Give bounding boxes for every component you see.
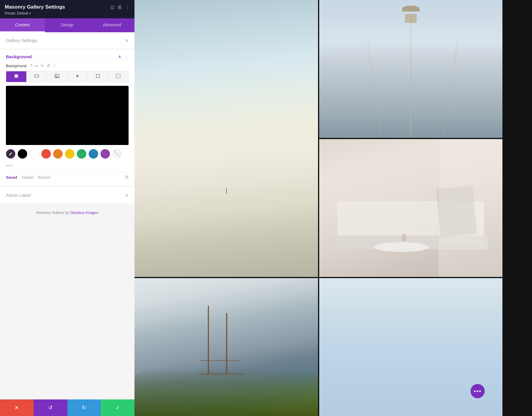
gallery-settings-header[interactable]: Gallery Settings ∨ — [0, 32, 134, 49]
color-tab-saved[interactable]: Saved — [6, 175, 17, 180]
svg-rect-8 — [98, 77, 100, 78]
gallery-settings-title: Gallery Settings — [6, 38, 37, 43]
background-content: Background ? ▭ ↖ ↺ ⋮ — [0, 61, 134, 186]
preset-selector[interactable]: Preset: Default ▾ — [5, 11, 130, 15]
floating-more-icon: ••• — [473, 388, 481, 395]
swatch-purple[interactable] — [100, 149, 110, 159]
floating-more-button[interactable]: ••• — [471, 384, 485, 398]
panel-header: Masonry Gallery Settings ⊡ ⊞ ⋮ Preset: D… — [0, 0, 134, 18]
more-icon[interactable]: ⋮ — [125, 4, 130, 10]
gallery-image-desert — [134, 0, 318, 277]
tab-content[interactable]: Content — [0, 18, 45, 32]
fullscreen-icon[interactable]: ⊡ — [110, 4, 114, 10]
gallery-settings-arrow: ∨ — [125, 38, 129, 43]
save-button[interactable]: ✓ — [101, 399, 134, 416]
color-tab-row: Saved Global Recent ⚙ — [6, 172, 129, 180]
panel-footer: ✕ ↺ ↻ ✓ — [0, 399, 134, 416]
reset-icon[interactable]: ↺ — [47, 63, 50, 68]
swatch-green[interactable] — [77, 149, 86, 159]
preset-arrow: ▾ — [29, 12, 31, 15]
gallery-area: ••• — [134, 0, 502, 416]
layout-icon[interactable]: ⊞ — [118, 4, 121, 10]
background-options-icon[interactable]: ⋮ — [124, 54, 129, 59]
background-collapse-arrow[interactable]: ∧ — [118, 54, 121, 59]
dark-edge — [502, 0, 532, 416]
panel-content: Gallery Settings ∨ Background ∧ ⋮ Backgr… — [0, 32, 134, 399]
preset-label: Preset: Default — [5, 11, 28, 15]
type-tab-color[interactable] — [6, 71, 27, 82]
swatch-white[interactable] — [30, 149, 39, 159]
header-icons: ⊡ ⊞ ⋮ — [110, 4, 130, 10]
gallery-image-dock — [134, 278, 318, 416]
settings-panel: Masonry Gallery Settings ⊡ ⊞ ⋮ Preset: D… — [0, 0, 134, 416]
color-settings-icon[interactable]: ⚙ — [125, 175, 129, 180]
background-row-icons: ? ▭ ↖ ↺ ⋮ — [30, 63, 57, 68]
svg-rect-5 — [96, 74, 97, 75]
color-tab-global[interactable]: Global — [22, 175, 33, 180]
svg-marker-4 — [77, 75, 79, 78]
footer-link[interactable]: Destaca Imagen — [70, 210, 98, 215]
color-preview[interactable] — [6, 86, 129, 145]
admin-label-title: Admin Label — [6, 193, 30, 198]
color-swatches — [6, 149, 129, 159]
undo-icon: ↺ — [48, 404, 53, 411]
swatch-black[interactable] — [18, 149, 27, 159]
background-type-tabs — [6, 71, 129, 82]
swatch-yellow[interactable] — [65, 149, 74, 159]
background-title: Background — [6, 54, 32, 59]
redo-button[interactable]: ↻ — [67, 399, 101, 416]
undo-button[interactable]: ↺ — [34, 399, 67, 416]
tab-design[interactable]: Design — [45, 18, 90, 32]
redo-icon: ↻ — [82, 404, 86, 411]
svg-point-0 — [15, 75, 17, 77]
swatch-none[interactable] — [112, 149, 122, 159]
svg-rect-6 — [98, 74, 100, 75]
gallery-image-pier — [319, 0, 503, 138]
swatch-red[interactable] — [41, 149, 51, 159]
color-tab-recent[interactable]: Recent — [38, 175, 50, 180]
swatch-orange[interactable] — [53, 149, 63, 159]
type-tab-image[interactable] — [47, 71, 67, 82]
background-row: Background ? ▭ ↖ ↺ ⋮ — [6, 61, 129, 71]
close-button[interactable]: ✕ — [0, 399, 34, 416]
panel-tabs: Content Design Advanced — [0, 18, 134, 32]
svg-rect-7 — [96, 77, 97, 78]
gallery-settings-section: Gallery Settings ∨ — [0, 32, 134, 49]
check-icon: ✓ — [116, 404, 120, 411]
help-icon[interactable]: ? — [30, 63, 32, 68]
admin-label-section: Admin Label ∨ — [0, 187, 134, 203]
background-section: Background ∧ ⋮ Background ? ▭ ↖ ↺ ⋮ — [0, 50, 134, 186]
type-tab-video[interactable] — [67, 71, 88, 82]
type-tab-pattern[interactable] — [88, 71, 108, 82]
background-label: Background — [6, 64, 26, 68]
swatch-blue[interactable] — [89, 149, 98, 159]
admin-label-header[interactable]: Admin Label ∨ — [0, 187, 134, 203]
gallery-image-room — [319, 139, 503, 277]
svg-rect-1 — [35, 75, 39, 77]
tab-advanced[interactable]: Advanced — [90, 18, 134, 32]
close-icon: ✕ — [14, 404, 19, 411]
color-picker-icon[interactable] — [6, 149, 15, 159]
background-section-header: Background ∧ ⋮ — [0, 50, 134, 61]
admin-label-arrow: ∨ — [125, 192, 129, 198]
type-tab-mask[interactable] — [108, 71, 128, 82]
type-tab-gradient[interactable] — [27, 71, 47, 82]
panel-title: Masonry Gallery Settings — [5, 4, 65, 10]
footer-attribution: Masonry Gallery by Destaca Imagen — [0, 204, 134, 221]
more-options-icon[interactable]: ⋮ — [53, 63, 57, 68]
cursor-icon[interactable]: ↖ — [41, 63, 44, 68]
device-icon[interactable]: ▭ — [35, 63, 38, 68]
more-swatches-icon[interactable]: ••• — [6, 163, 13, 169]
